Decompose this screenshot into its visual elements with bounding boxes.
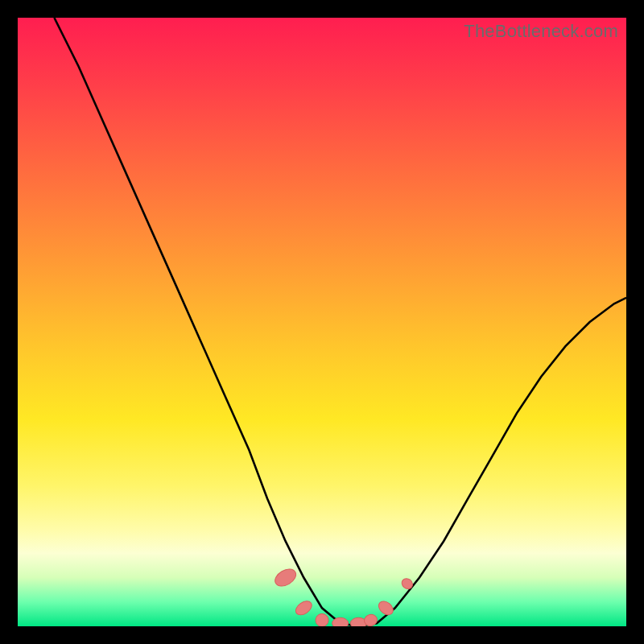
- marker-m7: [376, 599, 395, 618]
- marker-m8: [400, 576, 415, 591]
- bottleneck-plot: [18, 18, 626, 626]
- marker-m2: [293, 598, 314, 617]
- marker-group: [272, 566, 415, 626]
- marker-m4: [332, 617, 349, 626]
- marker-m1: [272, 566, 299, 590]
- bottleneck-curve: [54, 18, 626, 626]
- chart-area: TheBottleneck.com: [18, 18, 626, 626]
- watermark-text: TheBottleneck.com: [464, 21, 618, 42]
- marker-m3: [316, 613, 328, 626]
